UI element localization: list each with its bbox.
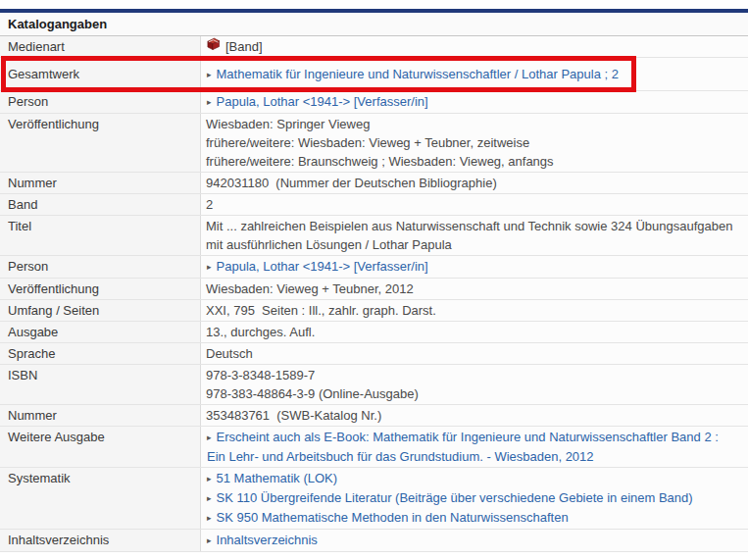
table-row: Inhaltsverzeichnis▸Inhaltsverzeichnis [0,530,748,552]
row-value: XXI, 795 Seiten : Ill., zahlr. graph. Da… [201,300,748,321]
row-value: Wiesbaden: Springer Viewegfrühere/weiter… [201,114,748,172]
row-label: Systematik [0,468,201,529]
row-value-line: ▸Papula, Lothar <1941-> [Verfasser/in] [206,92,738,112]
link-arrow-icon: ▸ [207,429,212,447]
row-label: Veröffentlichung [0,279,201,299]
table-row: ISBN978-3-8348-1589-7978-383-48864-3-9 (… [0,365,748,405]
table-row: Weitere Ausgabe▸Erscheint auch als E-Boo… [0,427,748,468]
row-value-line: Deutsch [206,344,738,363]
row-label: Medienart [0,36,201,57]
row-label: Ausgabe [0,322,201,342]
row-value: ▸Erscheint auch als E-Book: Mathematik f… [201,427,748,467]
row-label: Gesamtwerk [0,58,201,90]
row-value-line: 2 [206,195,738,214]
row-value-line: ▸51 Mathematik (LOK) [206,469,738,488]
row-label: Nummer [0,173,201,193]
row-label: Titel [0,216,201,255]
table-body: Medienart[Band]Gesamtwerk▸Mathematik für… [0,36,748,552]
row-value: 942031180 (Nummer der Deutschen Bibliogr… [201,173,748,193]
row-value: 2 [201,194,748,215]
table-row: SpracheDeutsch [0,343,748,365]
link-arrow-icon: ▸ [207,66,212,84]
catalog-link[interactable]: 51 Mathematik (LOK) [217,471,338,485]
table-row: Nummer353483761 (SWB-Katalog Nr.) [0,405,748,427]
table-row: Person▸Papula, Lothar <1941-> [Verfasser… [0,91,748,114]
row-label: Person [0,91,201,113]
row-label: Nummer [0,405,201,426]
catalog-table: Katalogangaben Medienart[Band]Gesamtwerk… [0,13,748,552]
link-arrow-icon: ▸ [207,258,212,277]
row-value-line: frühere/weitere: Wiesbaden: Vieweg + Teu… [206,133,738,152]
table-row: Person▸Papula, Lothar <1941-> [Verfasser… [0,256,748,279]
row-value-line: ▸Erscheint auch als E-Book: Mathematik f… [206,428,738,466]
page-title: Katalogangaben [8,17,107,31]
table-row: VeröffentlichungWiesbaden: Springer View… [0,114,748,173]
row-value: ▸Inhaltsverzeichnis [201,530,748,551]
row-value: Deutsch [201,343,748,364]
row-label: Band [0,194,201,215]
table-row: Medienart[Band] [0,36,748,58]
row-value-line: ▸Inhaltsverzeichnis [206,531,738,550]
row-value-line: frühere/weitere: Braunschweig ; Wiesbade… [206,152,738,171]
row-value: Wiesbaden: Vieweg + Teubner, 2012 [201,279,748,299]
row-value: ▸Papula, Lothar <1941-> [Verfasser/in] [201,256,748,278]
catalog-link[interactable]: Inhaltsverzeichnis [217,533,318,547]
link-arrow-icon: ▸ [207,532,212,550]
table-row: TitelMit ... zahlreichen Beispielen aus … [0,216,748,256]
row-value: 978-3-8348-1589-7978-383-48864-3-9 (Onli… [201,365,748,404]
row-label: Weitere Ausgabe [0,427,201,467]
row-value: 353483761 (SWB-Katalog Nr.) [201,405,748,426]
row-label: Umfang / Seiten [0,300,201,321]
row-value: [Band] [201,36,748,57]
row-label: Person [0,256,201,278]
row-label: Sprache [0,343,201,364]
catalog-link[interactable]: Papula, Lothar <1941-> [Verfasser/in] [217,259,428,274]
catalog-link[interactable]: SK 950 Mathematische Methoden in den Nat… [217,510,569,525]
row-value-line: XXI, 795 Seiten : Ill., zahlr. graph. Da… [206,301,738,320]
row-value-line: 978-3-8348-1589-7 [206,366,738,384]
catalog-page: Katalogangaben Medienart[Band]Gesamtwerk… [0,0,748,552]
book-icon [206,37,221,56]
row-label: Inhaltsverzeichnis [0,530,201,551]
catalog-link[interactable]: Mathematik für Ingenieure und Naturwisse… [217,67,619,81]
catalog-link[interactable]: SK 110 Übergreifende Literatur (Beiträge… [217,490,693,505]
row-value-line: ▸SK 950 Mathematische Methoden in den Na… [206,508,738,528]
row-value: Mit ... zahlreichen Beispielen aus Natur… [201,216,748,255]
table-header: Katalogangaben [0,13,748,36]
media-type-line: [Band] [206,37,738,56]
catalog-link[interactable]: Erscheint auch als E-Book: Mathematik fü… [207,430,722,464]
row-value-line: Wiesbaden: Vieweg + Teubner, 2012 [206,280,738,298]
row-value: ▸51 Mathematik (LOK)▸SK 110 Übergreifend… [201,468,748,529]
row-value: ▸Papula, Lothar <1941-> [Verfasser/in] [201,91,748,113]
link-arrow-icon: ▸ [207,509,212,528]
catalog-link[interactable]: Papula, Lothar <1941-> [Verfasser/in] [217,94,428,109]
row-value-line: 978-383-48864-3-9 (Online-Ausgabe) [206,384,738,403]
table-row: Systematik▸51 Mathematik (LOK)▸SK 110 Üb… [0,468,748,530]
row-value-line: Mit ... zahlreichen Beispielen aus Natur… [206,217,738,254]
media-type-label: [Band] [225,37,263,56]
link-arrow-icon: ▸ [207,93,212,112]
row-value-line: 942031180 (Nummer der Deutschen Bibliogr… [206,174,738,192]
row-value-line: 353483761 (SWB-Katalog Nr.) [206,406,738,425]
table-row: Ausgabe13., durchges. Aufl. [0,322,748,343]
table-row: Band2 [0,194,748,216]
row-label: ISBN [0,365,201,404]
table-row: Gesamtwerk▸Mathematik für Ingenieure und… [0,58,748,91]
row-value-line: 13., durchges. Aufl. [206,323,738,341]
link-arrow-icon: ▸ [207,470,212,488]
top-spacer [0,0,748,9]
row-value-line: ▸Mathematik für Ingenieure und Naturwiss… [206,65,738,84]
row-value-line: ▸SK 110 Übergreifende Literatur (Beiträg… [206,488,738,508]
link-arrow-icon: ▸ [207,489,212,508]
row-value: 13., durchges. Aufl. [201,322,748,342]
table-row: Umfang / SeitenXXI, 795 Seiten : Ill., z… [0,300,748,322]
table-row: VeröffentlichungWiesbaden: Vieweg + Teub… [0,279,748,300]
row-value-line: Wiesbaden: Springer Vieweg [206,115,738,133]
table-row: Nummer942031180 (Nummer der Deutschen Bi… [0,173,748,194]
row-value: ▸Mathematik für Ingenieure und Naturwiss… [201,58,748,90]
row-label: Veröffentlichung [0,114,201,172]
row-value-line: ▸Papula, Lothar <1941-> [Verfasser/in] [206,257,738,277]
